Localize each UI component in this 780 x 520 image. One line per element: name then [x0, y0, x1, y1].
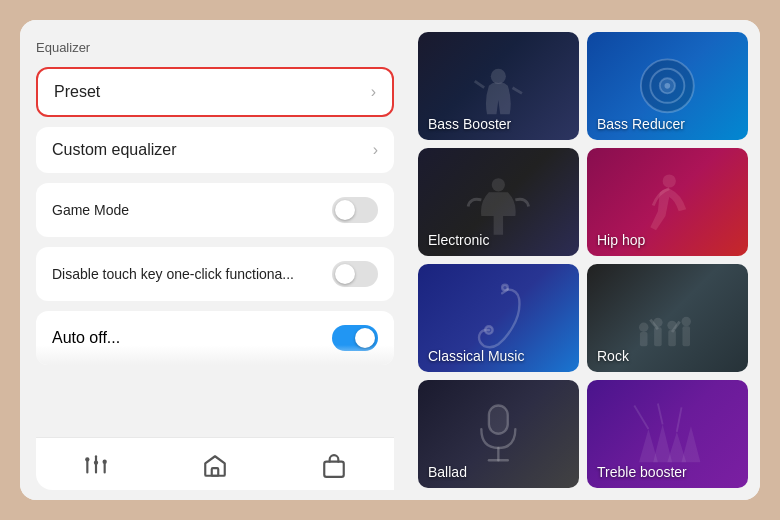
- chevron-right-icon: ›: [371, 83, 376, 101]
- equalizer-label: Equalizer: [36, 40, 394, 55]
- svg-point-17: [485, 327, 493, 335]
- svg-marker-36: [682, 426, 701, 462]
- preset-card-treble[interactable]: Treble booster: [587, 380, 748, 488]
- bass-reducer-label: Bass Reducer: [597, 116, 685, 132]
- partial-toggle[interactable]: [332, 325, 378, 351]
- rock-label: Rock: [597, 348, 629, 364]
- bottom-nav: [36, 437, 394, 490]
- preset-card-bass-booster[interactable]: Bass Booster: [418, 32, 579, 140]
- svg-point-19: [502, 285, 508, 291]
- bag-nav-button[interactable]: [318, 450, 350, 482]
- preset-menu-item[interactable]: Preset ›: [36, 67, 394, 117]
- svg-rect-30: [489, 406, 508, 434]
- svg-point-8: [491, 69, 506, 84]
- svg-line-39: [677, 408, 682, 433]
- home-nav-button[interactable]: [199, 450, 231, 482]
- touch-key-label: Disable touch key one-click functiona...: [52, 266, 312, 282]
- equalizer-nav-button[interactable]: [80, 450, 112, 482]
- preset-label: Preset: [54, 83, 100, 101]
- game-mode-toggle[interactable]: [332, 197, 378, 223]
- svg-line-10: [513, 88, 522, 94]
- svg-rect-23: [654, 327, 662, 346]
- partial-row: Auto off...: [36, 311, 394, 365]
- bass-booster-label: Bass Booster: [428, 116, 511, 132]
- chevron-right-icon-2: ›: [373, 141, 378, 159]
- ballad-label: Ballad: [428, 464, 467, 480]
- svg-point-5: [102, 460, 106, 464]
- custom-equalizer-label: Custom equalizer: [52, 141, 177, 159]
- preset-card-classical[interactable]: Classical Music: [418, 264, 579, 372]
- svg-point-15: [492, 178, 505, 191]
- svg-rect-27: [683, 327, 691, 347]
- treble-booster-label: Treble booster: [597, 464, 687, 480]
- svg-line-9: [475, 81, 484, 88]
- hip-hop-label: Hip hop: [597, 232, 645, 248]
- preset-card-electronic[interactable]: Electronic: [418, 148, 579, 256]
- svg-rect-7: [325, 462, 345, 477]
- right-panel: Bass Booster Bass Reducer: [410, 20, 760, 500]
- touch-key-row: Disable touch key one-click functiona...: [36, 247, 394, 301]
- svg-line-38: [658, 404, 663, 425]
- electronic-label: Electronic: [428, 232, 489, 248]
- svg-point-4: [93, 461, 97, 465]
- partial-label: Auto off...: [52, 329, 120, 347]
- preset-card-rock[interactable]: Rock: [587, 264, 748, 372]
- svg-rect-6: [212, 468, 219, 476]
- svg-point-14: [665, 83, 671, 89]
- custom-equalizer-menu-item[interactable]: Custom equalizer ›: [36, 127, 394, 173]
- preset-card-hip-hop[interactable]: Hip hop: [587, 148, 748, 256]
- touch-key-toggle[interactable]: [332, 261, 378, 287]
- svg-point-20: [639, 323, 648, 332]
- svg-point-16: [663, 175, 676, 188]
- svg-point-3: [85, 457, 89, 461]
- classical-label: Classical Music: [428, 348, 524, 364]
- left-panel: Equalizer Preset › Custom equalizer › Ga…: [20, 20, 410, 500]
- svg-rect-25: [668, 330, 676, 346]
- svg-line-37: [634, 406, 648, 430]
- svg-point-26: [682, 317, 691, 326]
- game-mode-label: Game Mode: [52, 202, 312, 218]
- main-container: Equalizer Preset › Custom equalizer › Ga…: [20, 20, 760, 500]
- preset-card-bass-reducer[interactable]: Bass Reducer: [587, 32, 748, 140]
- preset-card-ballad[interactable]: Ballad: [418, 380, 579, 488]
- game-mode-row: Game Mode: [36, 183, 394, 237]
- svg-rect-21: [640, 332, 648, 346]
